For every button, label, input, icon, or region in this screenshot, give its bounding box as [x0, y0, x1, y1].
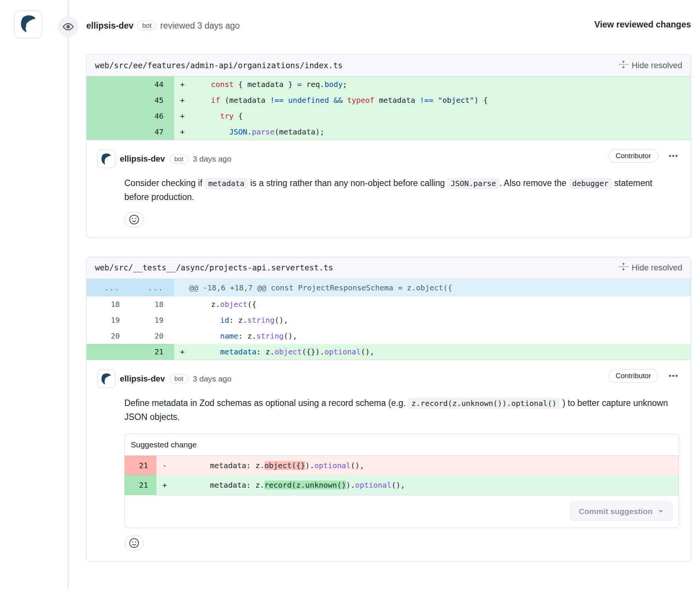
new-line-number: 45 — [130, 92, 174, 108]
line-number: 21 — [125, 456, 156, 475]
code-line: JSON.parse(metadata); — [193, 124, 691, 140]
old-line-number: 20 — [87, 328, 130, 344]
code-line: metadata: z.record(z.unknown()).optional… — [174, 475, 679, 495]
diff-line-context: 18 18 z.object({ — [87, 296, 691, 312]
code-line: z.object({ — [193, 296, 691, 312]
diff-block: 44 + const { metadata } = req.body; 45 +… — [87, 76, 691, 140]
diff-marker — [174, 296, 193, 312]
diff-line-added: 45 + if (metadata !== undefined && typeo… — [87, 92, 691, 108]
code-line: metadata: z.object({}).optional(), — [174, 456, 679, 475]
diff-line-added: 21 + metadata: z.object({}).optional(), — [87, 344, 691, 360]
bot-badge: bot — [170, 374, 188, 383]
diff-marker: + — [174, 124, 193, 140]
review-header: ellipsis-dev bot reviewed 3 days ago Vie… — [86, 17, 691, 35]
hide-resolved-label: Hide resolved — [631, 61, 682, 70]
comment-avatar[interactable] — [97, 370, 115, 388]
diff-marker: + — [174, 76, 193, 92]
comment-author[interactable]: ellipsis-dev — [120, 374, 165, 384]
diff-marker: + — [174, 108, 193, 124]
old-line-number — [87, 92, 130, 108]
code-line: metadata: z.object({}).optional(), — [193, 344, 691, 360]
diff-line-added: 46 + try { — [87, 108, 691, 124]
suggestion-added-line: 21 + metadata: z.record(z.unknown()).opt… — [125, 475, 679, 495]
new-line-number: 46 — [130, 108, 174, 124]
suggestion-deleted-line: 21 - metadata: z.object({}).optional(), — [125, 456, 679, 475]
new-line-number: 47 — [130, 124, 174, 140]
comment-body-text: Consider checking if metadata is a strin… — [124, 176, 674, 204]
add-reaction-button[interactable] — [124, 536, 144, 551]
old-line-number — [87, 108, 130, 124]
comment-timestamp[interactable]: 3 days ago — [193, 374, 231, 383]
bot-badge: bot — [137, 21, 156, 31]
hunk-text: @@ -18,6 +18,7 @@ const ProjectResponseS… — [174, 284, 452, 291]
contributor-badge: Contributor — [608, 149, 658, 163]
review-thread-card-2: web/src/__tests__/async/projects-api.ser… — [86, 257, 691, 562]
bot-badge: bot — [170, 154, 188, 164]
fold-icon — [619, 262, 628, 273]
code-line: try { — [193, 108, 691, 124]
diff-line-added: 47 + JSON.parse(metadata); — [87, 124, 691, 140]
add-reaction-button[interactable] — [124, 212, 144, 227]
review-comment: ellipsis-dev bot 3 days ago Contributor … — [87, 140, 691, 238]
review-action-text: reviewed 3 days ago — [160, 21, 240, 31]
chevron-down-icon — [658, 509, 664, 514]
comment-timestamp[interactable]: 3 days ago — [193, 154, 231, 163]
suggested-change-title: Suggested change — [125, 434, 679, 456]
smiley-icon — [129, 538, 139, 548]
comment-body-text: Define metadata in Zod schemas as option… — [124, 396, 674, 424]
code-line: const { metadata } = req.body; — [193, 76, 691, 92]
code-line: if (metadata !== undefined && typeof met… — [193, 92, 691, 108]
comment-avatar[interactable] — [97, 150, 115, 168]
diff-marker — [174, 328, 193, 344]
hunk-old-dots: ... — [87, 279, 130, 296]
reviewer-name[interactable]: ellipsis-dev — [86, 21, 133, 31]
view-reviewed-changes-link[interactable]: View reviewed changes — [594, 20, 691, 30]
comment-menu-kebab-icon[interactable] — [666, 149, 680, 163]
old-line-number — [87, 344, 130, 360]
line-number: 21 — [125, 475, 156, 495]
review-thread-card-1: web/src/ee/features/admin-api/organizati… — [86, 54, 691, 238]
hunk-new-dots: ... — [130, 279, 174, 296]
timeline-line — [68, 0, 69, 589]
diff-marker: - — [156, 456, 174, 475]
code-line: id: z.string(), — [193, 312, 691, 328]
fold-icon — [619, 60, 628, 71]
ellipsis-dev-logo-icon — [18, 14, 38, 35]
code-line: name: z.string(), — [193, 328, 691, 344]
file-path-link[interactable]: web/src/__tests__/async/projects-api.ser… — [95, 263, 333, 272]
diff-marker — [174, 312, 193, 328]
hide-resolved-label: Hide resolved — [631, 263, 682, 273]
diff-marker: + — [174, 344, 193, 360]
old-line-number: 18 — [87, 296, 130, 312]
diff-marker: + — [174, 92, 193, 108]
comment-menu-kebab-icon[interactable] — [666, 369, 680, 383]
review-comment: ellipsis-dev bot 3 days ago Contributor … — [87, 360, 691, 562]
diff-line-added: 44 + const { metadata } = req.body; — [87, 76, 691, 92]
diff-line-context: 20 20 name: z.string(), — [87, 328, 691, 344]
contributor-badge: Contributor — [608, 369, 658, 383]
smiley-icon — [129, 215, 139, 224]
commit-suggestion-button[interactable]: Commit suggestion — [570, 502, 672, 521]
new-line-number: 21 — [130, 344, 174, 360]
suggested-change-block: Suggested change 21 - metadata: z.object… — [124, 434, 679, 528]
diff-block: ... ... @@ -18,6 +18,7 @@ const ProjectR… — [87, 279, 691, 360]
reviewer-avatar[interactable] — [14, 11, 42, 38]
diff-line-context: 19 19 id: z.string(), — [87, 312, 691, 328]
diff-marker: + — [156, 475, 174, 495]
file-path-link[interactable]: web/src/ee/features/admin-api/organizati… — [95, 61, 342, 70]
new-line-number: 19 — [130, 312, 174, 328]
hide-resolved-button[interactable]: Hide resolved — [619, 262, 682, 273]
comment-author[interactable]: ellipsis-dev — [120, 154, 165, 164]
new-line-number: 44 — [130, 76, 174, 92]
review-eye-icon — [58, 17, 78, 37]
new-line-number: 18 — [130, 296, 174, 312]
new-line-number: 20 — [130, 328, 174, 344]
commit-suggestion-label: Commit suggestion — [579, 507, 653, 516]
old-line-number: 19 — [87, 312, 130, 328]
old-line-number — [87, 124, 130, 140]
hide-resolved-button[interactable]: Hide resolved — [619, 60, 682, 71]
old-line-number — [87, 76, 130, 92]
diff-hunk-header: ... ... @@ -18,6 +18,7 @@ const ProjectR… — [87, 279, 691, 296]
